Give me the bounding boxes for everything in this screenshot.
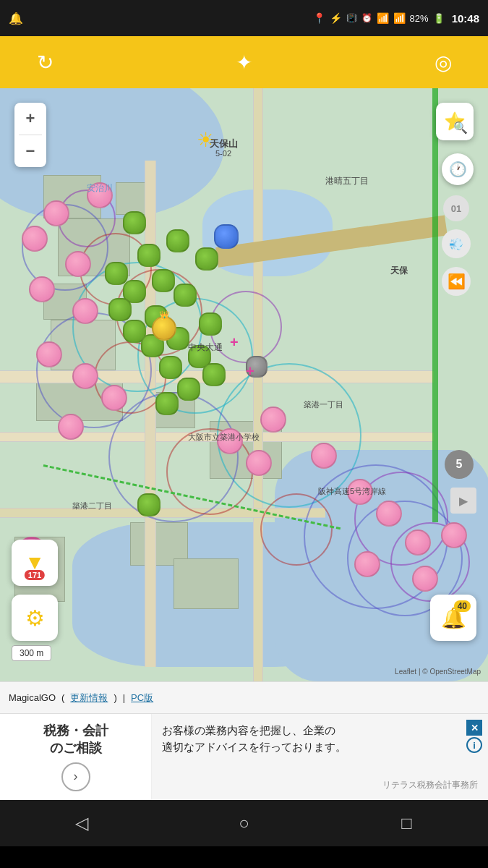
pokemon-green-1 bbox=[123, 211, 146, 234]
filter-count-badge: 171 bbox=[25, 570, 45, 580]
pokemon-pink-15 bbox=[376, 501, 402, 527]
battery-icon: 🔋 bbox=[433, 13, 445, 24]
cross-marker-1: + bbox=[230, 334, 239, 351]
bell-count-badge: 40 bbox=[454, 600, 471, 612]
label-tenpozan-num: 5-02 bbox=[215, 149, 231, 158]
open-paren: ( bbox=[61, 692, 64, 703]
home-button[interactable]: ○ bbox=[223, 807, 266, 839]
ad-arrow-button[interactable]: › bbox=[61, 762, 90, 791]
home-bar: ◁ ○ □ bbox=[0, 800, 488, 846]
label-school: 大阪市立築港小学校 bbox=[188, 432, 260, 443]
status-right: 📍 ⚡ 📳 ⏰ 📶 📶 82% 🔋 10:48 bbox=[313, 12, 479, 25]
pokemon-pink-19 bbox=[412, 566, 438, 592]
label-chiku2: 築港二丁目 bbox=[72, 501, 112, 511]
gear-icon: ⚙ bbox=[25, 605, 45, 631]
label-tenpozan2: 天保 bbox=[390, 265, 408, 277]
pokemon-pink-2 bbox=[43, 200, 69, 226]
star-nav-button[interactable]: ✦ bbox=[228, 46, 260, 78]
pokemon-mudkip bbox=[214, 224, 239, 249]
battery-label: 82% bbox=[410, 13, 429, 24]
scale-bar: 300 m bbox=[12, 645, 51, 661]
close-paren: ) bbox=[114, 692, 116, 703]
pokemon-pink-17 bbox=[354, 551, 380, 577]
app-name-label: MagicalGO bbox=[9, 692, 56, 703]
arrow-right-icon: ▶ bbox=[459, 494, 468, 508]
pokemon-pink-3 bbox=[22, 226, 48, 252]
ad-company-name: リテラス税務会計事務所 bbox=[162, 779, 478, 791]
pokemon-green-15 bbox=[202, 363, 226, 386]
ad-right-text: お客様の業務内容を把握し、企業の 適切なアドバイスを行っております。 bbox=[162, 723, 478, 755]
pokemon-pink-12 bbox=[246, 450, 272, 476]
status-bar: 🔔 📍 ⚡ 📳 ⏰ 📶 📶 82% 🔋 10:48 bbox=[0, 0, 488, 36]
pokemon-pink-18 bbox=[441, 522, 467, 548]
label-chiku1: 築港一丁目 bbox=[304, 399, 343, 410]
top-nav: ↻ ✦ ◎ bbox=[0, 36, 488, 88]
ad-left-panel: 税務・会計 のご相談 › bbox=[0, 714, 152, 800]
signal-icon: 📶 bbox=[393, 12, 406, 24]
pokemon-pink-7 bbox=[36, 341, 62, 367]
cross-marker-2: + bbox=[246, 363, 254, 380]
num-5-badge: 5 bbox=[445, 450, 474, 479]
vert-green-bar bbox=[432, 88, 438, 522]
ad-left-text: 税務・会計 のご相談 bbox=[43, 723, 108, 757]
building-11 bbox=[174, 558, 239, 609]
pc-link[interactable]: PC版 bbox=[131, 692, 153, 705]
wind-icon: 💨 bbox=[442, 229, 471, 258]
pokemon-pink-13 bbox=[260, 407, 286, 433]
pokemon-green-19 bbox=[195, 247, 218, 271]
pokemon-green-2 bbox=[166, 229, 189, 252]
pokemon-green-5 bbox=[152, 269, 175, 292]
pokemon-pink-10 bbox=[58, 414, 84, 440]
separator: | bbox=[123, 692, 125, 703]
star-search-button[interactable]: ⭐ 🔍 bbox=[436, 103, 474, 140]
ad-bar: 税務・会計 のご相談 › お客様の業務内容を把握し、企業の 適切なアドバイスを行… bbox=[0, 713, 488, 800]
ad-right-panel: お客様の業務内容を把握し、企業の 適切なアドバイスを行っております。 リテラス税… bbox=[152, 714, 488, 800]
ad-info-button[interactable]: i bbox=[466, 737, 482, 753]
pokemon-pink-4 bbox=[65, 251, 91, 277]
zoom-in-button[interactable]: + bbox=[14, 103, 46, 135]
pokemon-pink-20 bbox=[311, 443, 337, 469]
settings-button[interactable]: ⚙ bbox=[12, 595, 58, 641]
pokemon-pink-9 bbox=[101, 385, 127, 411]
pokemon-green-7 bbox=[174, 284, 197, 307]
pokemon-pink-6 bbox=[72, 298, 98, 324]
search-icon: 🔍 bbox=[453, 121, 468, 135]
info-icon: i bbox=[473, 740, 476, 751]
pokemon-green-8 bbox=[108, 298, 132, 321]
label-port: 港晴五丁目 bbox=[325, 175, 369, 187]
zoom-out-button[interactable]: − bbox=[14, 135, 46, 167]
pokemon-green-14 bbox=[159, 356, 182, 379]
pokemon-green-20 bbox=[199, 312, 222, 336]
arrow-right-button[interactable]: ▶ bbox=[450, 488, 476, 514]
map-credit: Leaflet | © OpenStreetMap bbox=[395, 668, 481, 676]
wind-symbol: 💨 bbox=[449, 237, 463, 251]
label-anzigawa: 安治川 bbox=[87, 182, 113, 195]
update-link[interactable]: 更新情報 bbox=[70, 692, 108, 705]
back-symbol: ⏪ bbox=[448, 273, 466, 290]
map-area[interactable]: ☀ 天保山 5-02 港晴五丁目 天保 中央大通 大阪市立築港小学校 築港一丁目… bbox=[0, 88, 488, 681]
pokemon-pink-16 bbox=[405, 529, 431, 556]
scale-label: 300 m bbox=[20, 648, 43, 658]
location-button[interactable]: ◎ bbox=[427, 46, 459, 78]
location-icon: 📍 bbox=[313, 12, 325, 24]
clock-icon: ⏰ bbox=[361, 13, 372, 23]
back-button[interactable]: ◁ bbox=[60, 807, 103, 839]
ad-close-button[interactable]: ✕ bbox=[466, 720, 482, 736]
time-label: 10:48 bbox=[452, 12, 479, 25]
zoom-controls[interactable]: + − bbox=[14, 103, 46, 167]
badge-01: 01 bbox=[443, 195, 469, 221]
status-left: 🔔 bbox=[9, 11, 23, 25]
clock-button[interactable]: 🕐 bbox=[442, 153, 474, 185]
back-icon-map[interactable]: ⏪ bbox=[442, 267, 471, 296]
notification-icon: 🔔 bbox=[9, 11, 23, 25]
pokemon-magikarp-king: 👑 bbox=[152, 316, 176, 341]
wifi-icon: 📶 bbox=[377, 12, 389, 24]
recents-button[interactable]: □ bbox=[385, 807, 429, 839]
bell-button-wrapper[interactable]: 🔔 40 bbox=[430, 595, 476, 641]
pokemon-pink-5 bbox=[29, 276, 55, 302]
refresh-button[interactable]: ↻ bbox=[29, 46, 61, 78]
clock-icon-map: 🕐 bbox=[449, 161, 467, 178]
pokemon-green-18 bbox=[137, 493, 160, 516]
spawn-circle-red-5 bbox=[260, 493, 333, 566]
filter-button[interactable]: ▼ 171 bbox=[12, 540, 58, 586]
